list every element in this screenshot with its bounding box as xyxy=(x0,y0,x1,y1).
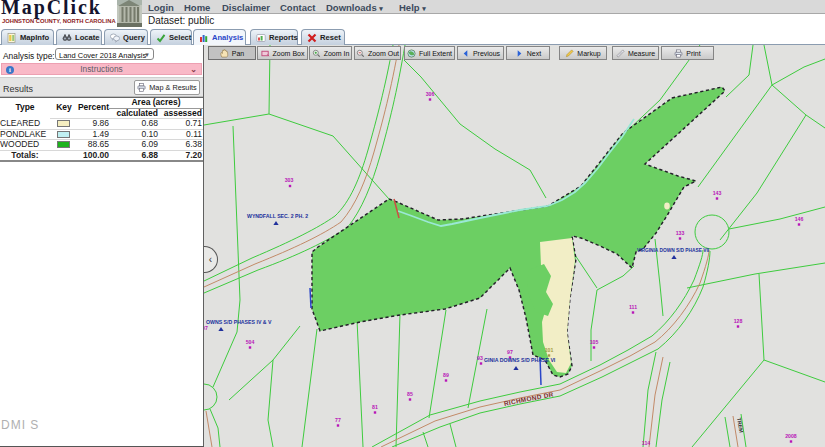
svg-text:303: 303 xyxy=(285,177,294,183)
svg-text:133: 133 xyxy=(676,230,685,236)
svg-text:85: 85 xyxy=(407,391,413,397)
svg-text:93: 93 xyxy=(477,355,483,361)
svg-text:81: 81 xyxy=(372,404,378,410)
svg-text:OWNS S/D PHASES IV & V: OWNS S/D PHASES IV & V xyxy=(206,319,272,325)
svg-text:77: 77 xyxy=(335,417,341,423)
svg-text:504: 504 xyxy=(246,339,255,345)
svg-text:146: 146 xyxy=(795,216,804,222)
svg-text:97: 97 xyxy=(507,349,513,355)
svg-text:2008: 2008 xyxy=(785,433,797,439)
svg-text:WYNDFALL SEC. 2 PH. 2: WYNDFALL SEC. 2 PH. 2 xyxy=(247,213,308,219)
svg-text:101: 101 xyxy=(545,347,554,353)
svg-text:111: 111 xyxy=(629,304,637,310)
svg-text:105: 105 xyxy=(590,339,599,345)
svg-text:143: 143 xyxy=(713,190,722,196)
svg-text:114: 114 xyxy=(642,440,650,446)
svg-text:89: 89 xyxy=(443,372,449,378)
svg-text:GINIA DOWNS S/D PHASE VI: GINIA DOWNS S/D PHASE VI xyxy=(484,357,556,363)
svg-text:306: 306 xyxy=(426,91,435,97)
svg-text:07: 07 xyxy=(204,325,208,331)
svg-text:VIRGINIA DOWN S/D PHASE VII: VIRGINIA DOWN S/D PHASE VII xyxy=(637,248,710,253)
svg-text:128: 128 xyxy=(734,318,743,324)
